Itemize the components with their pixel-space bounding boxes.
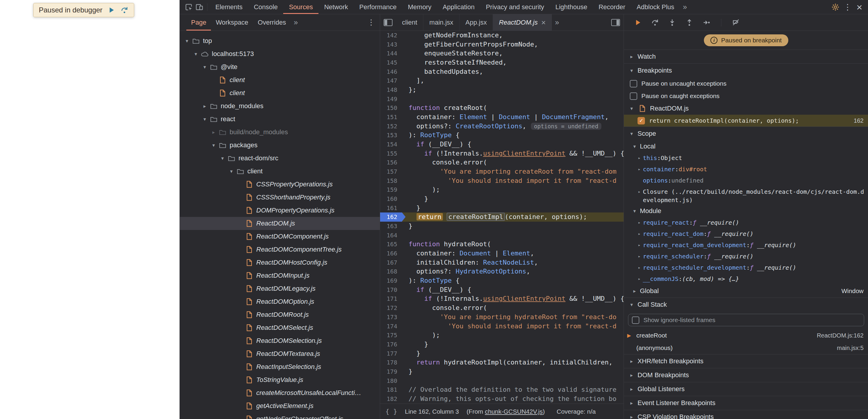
tab-privacy-and-security[interactable]: Privacy and security xyxy=(480,0,550,14)
line-number[interactable]: 153 xyxy=(380,131,402,140)
chevron-right-icon[interactable]: ▸ xyxy=(636,220,643,225)
chevron-right-icon[interactable]: ▸ xyxy=(636,276,643,281)
line-number[interactable]: 174 xyxy=(380,322,402,331)
line-number[interactable]: 160 xyxy=(380,194,402,204)
chevron-right-icon[interactable]: ▸ xyxy=(636,187,643,196)
line-number[interactable]: 150 xyxy=(380,103,402,113)
breakpoint-file-group[interactable]: ▾ ReactDOM.js xyxy=(624,102,868,115)
navigator-kebab-icon[interactable]: ⋮ xyxy=(367,18,380,27)
chevron-down-icon[interactable]: ▾ xyxy=(227,168,236,175)
line-number[interactable]: 175 xyxy=(380,331,402,340)
scope-variable-this[interactable]: ▸this: Object xyxy=(624,152,868,163)
file-tab-client[interactable]: client xyxy=(396,14,423,31)
chevron-right-icon[interactable]: ▸ xyxy=(636,265,643,270)
tab-performance[interactable]: Performance xyxy=(354,0,402,14)
resume-icon[interactable] xyxy=(633,18,643,28)
scope-variable-require-react-dom-de[interactable]: ▸require_react_dom_development: ƒ __requ… xyxy=(624,239,868,251)
scope-variable-commonjs[interactable]: ▸__commonJS: (cb, mod) => {…} xyxy=(624,273,868,285)
tree-item-reactdomcomponenttree-js[interactable]: ReactDOMComponentTree.js xyxy=(180,243,380,256)
chevron-down-icon[interactable]: ▾ xyxy=(210,142,218,148)
inspect-icon[interactable] xyxy=(183,2,194,12)
tab-lighthouse[interactable]: Lighthouse xyxy=(550,0,593,14)
call-stack-frame-createroot[interactable]: ▶createRootReactDOM.js:162 xyxy=(624,329,868,342)
tree-item-react[interactable]: ▾react xyxy=(180,113,380,126)
breakpoint-checkbox[interactable] xyxy=(638,117,645,124)
scope-section-header[interactable]: ▾ Scope xyxy=(624,127,868,141)
file-tab-app-jsx[interactable]: App.jsx xyxy=(460,14,493,31)
line-number[interactable]: 170 xyxy=(380,286,402,295)
line-number[interactable]: 176 xyxy=(380,340,402,349)
section-header-global-listeners[interactable]: ▸Global Listeners xyxy=(624,382,868,396)
close-icon[interactable]: × xyxy=(855,2,864,12)
scope-variable-require-react[interactable]: ▸require_react: ƒ __require() xyxy=(624,217,868,228)
tree-item-reactdomselect-js[interactable]: ReactDOMSelect.js xyxy=(180,321,380,334)
chevron-down-icon[interactable]: ▾ xyxy=(218,155,227,161)
scope-variable-require-react-dom[interactable]: ▸require_react_dom: ƒ __require() xyxy=(624,228,868,239)
settings-gear-icon[interactable] xyxy=(830,2,841,12)
chevron-right-icon[interactable]: ▸ xyxy=(636,167,643,172)
tree-item-client[interactable]: ▾client xyxy=(180,165,380,178)
line-number[interactable]: 156 xyxy=(380,158,402,167)
tree-item-client[interactable]: client xyxy=(180,87,380,99)
file-tabs-overflow-icon[interactable]: » xyxy=(552,18,562,27)
line-number[interactable]: 152 xyxy=(380,122,402,131)
tree-item-reactdom-js[interactable]: ReactDOM.js xyxy=(180,217,380,230)
line-number[interactable]: 154 xyxy=(380,140,402,149)
chevron-right-icon[interactable]: ▸ xyxy=(636,155,643,160)
line-number[interactable]: 157 xyxy=(380,167,402,176)
scope-variable-options[interactable]: options: undefined xyxy=(624,175,868,186)
tab-adblock-plus[interactable]: Adblock Plus xyxy=(631,0,680,14)
tree-item-build-node-modules[interactable]: ▸build/node_modules xyxy=(180,126,380,139)
tree-item-reactdomtextarea-js[interactable]: ReactDOMTextarea.js xyxy=(180,347,380,360)
chevron-down-icon[interactable]: ▾ xyxy=(192,51,200,57)
navigator-tab-workspace[interactable]: Workspace xyxy=(211,14,253,31)
line-number[interactable]: 164 xyxy=(380,231,402,240)
tab-sources[interactable]: Sources xyxy=(283,0,318,14)
navigator-tab-page[interactable]: Page xyxy=(186,14,211,31)
line-number[interactable]: 179 xyxy=(380,367,402,376)
file-tab-reactdom-js[interactable]: ReactDOM.js× xyxy=(493,14,552,31)
line-number[interactable]: 158 xyxy=(380,176,402,185)
line-number[interactable]: 146 xyxy=(380,67,402,77)
step-into-icon[interactable] xyxy=(667,18,677,28)
line-number[interactable]: 149 xyxy=(380,94,402,104)
tree-item-reactdominput-js[interactable]: ReactDOMInput.js xyxy=(180,269,380,282)
device-toolbar-icon[interactable] xyxy=(194,2,205,12)
tree-item-getactiveelement-js[interactable]: getActiveElement.js xyxy=(180,399,380,413)
code-editor[interactable]: 142 getNodeFromInstance,143 getFiberCurr… xyxy=(380,31,624,403)
line-number[interactable]: 181 xyxy=(380,385,402,394)
section-header-csp-violation-breakpoints[interactable]: ▸CSP Violation Breakpoints xyxy=(624,410,868,419)
scope-variable-require-scheduler[interactable]: ▸require_scheduler: ƒ __require() xyxy=(624,251,868,262)
file-tab-main-jsx[interactable]: main.jsx xyxy=(423,14,460,31)
line-number[interactable]: 172 xyxy=(380,303,402,312)
tree-item-client[interactable]: client xyxy=(180,73,380,87)
debugger-panel-toggle-icon[interactable] xyxy=(611,19,620,26)
line-number[interactable]: 166 xyxy=(380,249,402,258)
line-number[interactable]: 182 xyxy=(380,394,402,403)
pause-on-uncaught-row[interactable]: Pause on uncaught exceptions xyxy=(624,77,868,90)
line-number[interactable]: 163 xyxy=(380,222,402,231)
line-number[interactable]: 143 xyxy=(380,40,402,49)
chevron-right-icon[interactable]: ▸ xyxy=(636,253,643,259)
step-icon[interactable] xyxy=(702,18,712,28)
tree-item-csspropertyoperations-js[interactable]: CSSPropertyOperations.js xyxy=(180,178,380,191)
tree-item-reactdomoption-js[interactable]: ReactDOMOption.js xyxy=(180,295,380,308)
pretty-print-icon[interactable]: { } xyxy=(385,408,397,415)
line-number[interactable]: 173 xyxy=(380,312,402,322)
tab-elements[interactable]: Elements xyxy=(210,0,248,14)
chevron-down-icon[interactable]: ▾ xyxy=(183,38,191,44)
section-header-xhr-fetch-breakpoints[interactable]: ▸XHR/fetch Breakpoints xyxy=(624,354,868,368)
tab-recorder[interactable]: Recorder xyxy=(593,0,631,14)
chevron-right-icon[interactable]: ▸ xyxy=(636,231,643,236)
line-number[interactable]: 159 xyxy=(380,185,402,194)
tree-item-createmicrosoftunsafelocalfuncti[interactable]: createMicrosoftUnsafeLocalFuncti… xyxy=(180,386,380,399)
call-stack-frame-anonymous[interactable]: (anonymous)main.jsx:5 xyxy=(624,342,868,354)
chevron-right-icon[interactable]: ▸ xyxy=(200,103,209,109)
line-number[interactable]: 178 xyxy=(380,358,402,367)
tab-application[interactable]: Application xyxy=(437,0,480,14)
line-number[interactable]: 177 xyxy=(380,349,402,358)
tree-item-tostringvalue-js[interactable]: ToStringValue.js xyxy=(180,373,380,386)
breakpoint-entry[interactable]: return createRootImpl(container, options… xyxy=(624,115,868,126)
chevron-down-icon[interactable]: ▾ xyxy=(200,116,209,122)
call-stack-section-header[interactable]: ▾ Call Stack xyxy=(624,298,868,311)
